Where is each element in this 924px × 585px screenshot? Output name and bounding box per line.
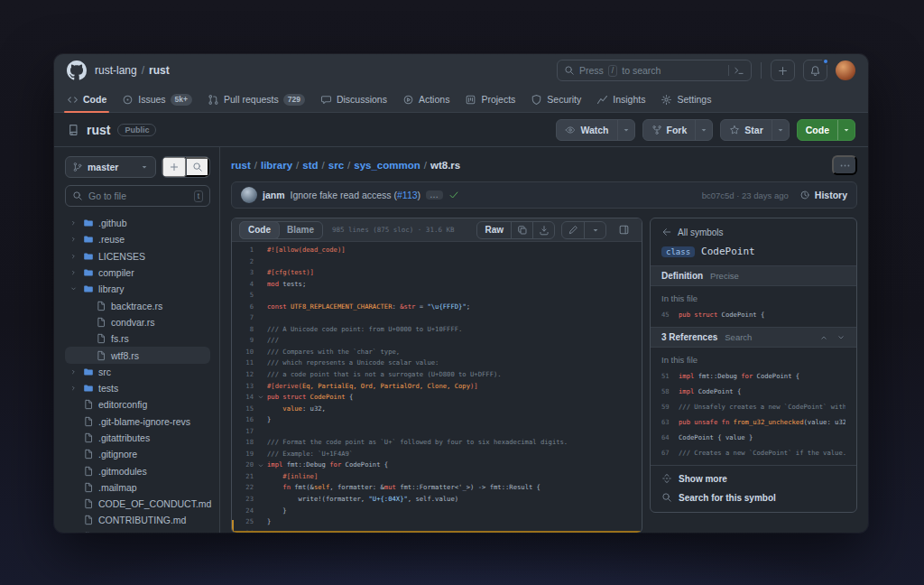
code-line-22[interactable]: 22 fn fmt(&self, formatter: &mut fmt::Fo… xyxy=(232,482,642,494)
line-number[interactable]: 17 xyxy=(232,426,254,438)
star-button[interactable]: Star xyxy=(720,119,789,141)
tab-actions[interactable]: Actions xyxy=(402,87,449,112)
code-line-18[interactable]: 18/// Format the code point as `U+` foll… xyxy=(232,437,642,449)
tree-file-backtrace.rs[interactable]: backtrace.rs xyxy=(65,297,210,313)
breadcrumb-link[interactable]: src xyxy=(328,160,344,171)
caret-down-icon[interactable] xyxy=(695,120,712,140)
search-tree-button[interactable] xyxy=(186,157,209,177)
repo-title[interactable]: rust xyxy=(87,123,110,137)
line-number[interactable]: 26 xyxy=(232,528,254,533)
reference-line-59[interactable]: 59/// Unsafely creates a new `CodePoint`… xyxy=(661,403,845,411)
line-number[interactable]: 19 xyxy=(232,449,254,460)
chevron-down-icon[interactable] xyxy=(69,285,79,292)
raw-button[interactable]: Raw xyxy=(477,222,511,238)
breadcrumb-link[interactable]: library xyxy=(261,160,292,171)
tab-pull-requests[interactable]: Pull requests729 xyxy=(208,87,305,112)
line-number[interactable]: 5 xyxy=(232,290,254,302)
repo-owner-link[interactable]: rust-lang xyxy=(95,64,137,77)
code-line-12[interactable]: 12/// a code point that is not a surroga… xyxy=(232,369,642,381)
code-line-19[interactable]: 19/// Example: `U+1F4A9` xyxy=(232,449,642,460)
tree-file-CONTRIBUTING.md[interactable]: CONTRIBUTING.md xyxy=(65,512,210,528)
line-number[interactable]: 21 xyxy=(232,471,254,483)
download-button[interactable] xyxy=(532,222,554,238)
code-line-10[interactable]: 10/// Compares with the `char` type, xyxy=(232,347,642,358)
blame-tab[interactable]: Blame xyxy=(279,222,322,238)
tree-folder-src[interactable]: src xyxy=(65,364,210,380)
code-tab[interactable]: Code xyxy=(240,222,279,238)
github-logo-icon[interactable] xyxy=(67,60,87,80)
new-file-button[interactable] xyxy=(162,157,186,177)
line-number[interactable]: 10 xyxy=(232,347,254,358)
reference-line-63[interactable]: 63pub unsafe fn from_u32_unchecked(value… xyxy=(661,418,845,426)
code-line-7[interactable]: 7 xyxy=(232,312,642,324)
tree-file-condvar.rs[interactable]: condvar.rs xyxy=(65,314,210,330)
symbols-panel-toggle[interactable] xyxy=(613,221,634,239)
tree-file-editorconfig[interactable]: editorconfig xyxy=(65,396,210,413)
code-line-13[interactable]: 13#[derive(Eq, PartialEq, Ord, PartialOr… xyxy=(232,381,642,393)
line-number[interactable]: 15 xyxy=(232,404,254,415)
tree-file-.git-blame-ignore-revs[interactable]: .git-blame-ignore-revs xyxy=(65,413,210,430)
caret-down-icon[interactable] xyxy=(772,120,789,140)
show-more-button[interactable]: Show more xyxy=(661,473,845,484)
fold-chevron-icon[interactable] xyxy=(257,394,264,401)
chevron-right-icon[interactable] xyxy=(69,236,79,243)
definition-section-header[interactable]: Definition Precise xyxy=(651,265,856,286)
user-avatar[interactable] xyxy=(836,60,855,80)
breadcrumb-link[interactable]: rust xyxy=(231,160,251,171)
pr-link[interactable]: #113 xyxy=(397,190,418,200)
check-icon[interactable] xyxy=(448,190,459,200)
tree-file-.gitattributes[interactable]: .gitattributes xyxy=(65,430,210,446)
breadcrumb-link[interactable]: std xyxy=(302,160,318,171)
global-search-input[interactable]: Press / to search xyxy=(557,60,752,81)
line-number[interactable]: 3 xyxy=(232,267,254,279)
edit-button[interactable] xyxy=(562,222,584,238)
tree-folder-library[interactable]: library xyxy=(65,281,210,297)
code-line-14[interactable]: 14pub struct CodePoint { xyxy=(232,392,642,404)
line-number[interactable]: 8 xyxy=(232,324,254,336)
tab-settings[interactable]: Settings xyxy=(661,87,711,112)
code-line-8[interactable]: 8/// A Unicode code point: from U+0000 t… xyxy=(232,324,642,336)
line-number[interactable]: 20 xyxy=(232,460,254,471)
chevron-right-icon[interactable] xyxy=(69,368,79,376)
branch-selector[interactable]: master xyxy=(65,156,156,178)
caret-down-icon[interactable] xyxy=(837,120,855,140)
chevron-right-icon[interactable] xyxy=(69,219,79,227)
edit-dropdown[interactable] xyxy=(584,222,605,238)
search-symbol-button[interactable]: Search for this symbol xyxy=(661,492,845,503)
line-number[interactable]: 14 xyxy=(232,392,254,404)
code-line-26[interactable]: 26 xyxy=(232,528,642,533)
fold-chevron-icon[interactable] xyxy=(257,462,264,469)
breadcrumb-link[interactable]: sys_common xyxy=(354,160,420,171)
chevron-right-icon[interactable] xyxy=(69,385,79,392)
tab-discussions[interactable]: Discussions xyxy=(320,87,387,112)
tree-folder-.reuse[interactable]: .reuse xyxy=(65,231,210,247)
code-line-1[interactable]: 1#![allow(dead_code)] xyxy=(232,245,642,256)
tab-security[interactable]: Security xyxy=(531,87,581,112)
code-line-23[interactable]: 23 write!(formatter, "U+{:04X}", self.va… xyxy=(232,494,642,506)
commit-author[interactable]: janm xyxy=(263,190,285,200)
definition-line[interactable]: 45pub struct CodePoint { xyxy=(661,311,845,319)
code-line-6[interactable]: 6const UTF8_REPLACEMENT_CHARACTER: &str … xyxy=(232,302,642,313)
commit-message[interactable]: Ignore fake read access (#113) xyxy=(291,190,421,200)
code-line-2[interactable]: 2 xyxy=(232,256,642,268)
code-line-9[interactable]: 9/// xyxy=(232,335,642,347)
line-number[interactable]: 7 xyxy=(232,312,254,324)
chevron-right-icon[interactable] xyxy=(69,253,79,260)
reference-line-58[interactable]: 58impl CodePoint { xyxy=(661,387,845,395)
tree-file-CODE_OF_CONDUCT.md[interactable]: CODE_OF_CONDUCT.md xyxy=(65,496,210,512)
reference-line-67[interactable]: 67/// Creates a new `CodePoint` if the v… xyxy=(661,449,845,457)
caret-down-icon[interactable] xyxy=(617,120,634,140)
reference-line-51[interactable]: 51impl fmt::Debug for CodePoint { xyxy=(661,372,845,380)
line-number[interactable]: 1 xyxy=(232,245,254,256)
history-button[interactable]: History xyxy=(799,190,847,200)
line-number[interactable]: 22 xyxy=(232,482,254,494)
tree-file-.mailmap[interactable]: .mailmap xyxy=(65,479,210,496)
fork-button[interactable]: Fork xyxy=(642,119,714,141)
code-line-4[interactable]: 4mod tests; xyxy=(232,279,642,291)
line-number[interactable]: 25 xyxy=(232,516,254,528)
tab-code[interactable]: Code xyxy=(67,87,106,112)
line-number[interactable]: 13 xyxy=(232,381,254,393)
code-line-24[interactable]: 24 } xyxy=(232,506,642,517)
line-number[interactable]: 4 xyxy=(232,279,254,291)
tree-folder-tests[interactable]: tests xyxy=(65,380,210,396)
